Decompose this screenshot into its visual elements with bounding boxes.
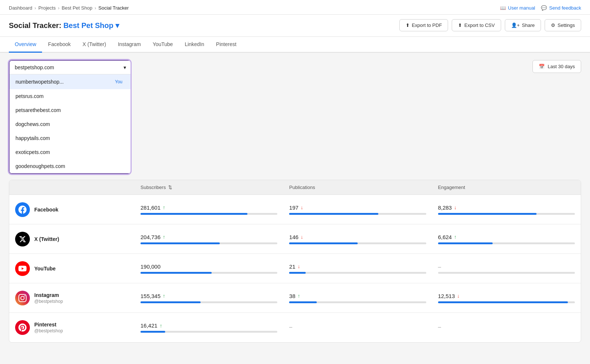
export-pdf-button[interactable]: ⬆ Export to PDF — [399, 19, 448, 31]
upload-icon: ⬆ — [406, 22, 410, 28]
platform-cell-instagram: Instagram @bestpetshop — [9, 286, 135, 311]
tab-x-twitter[interactable]: X (Twitter) — [77, 37, 112, 53]
trend-up-icon: ↑ — [454, 234, 457, 240]
sort-icon[interactable]: ⇅ — [168, 185, 172, 190]
dropdown-item-happytails[interactable]: happytails.com — [10, 131, 131, 145]
header-platform — [9, 180, 135, 195]
engagement-cell-youtube: – — [432, 258, 581, 279]
chevron-down-icon: ▾ — [115, 21, 119, 29]
table-row: YouTube 190,000 21 ↓ – — [9, 254, 581, 283]
table-row: Pinterest @bestpetshop 16,421 ↑ – – — [9, 313, 581, 342]
pinterest-icon — [15, 320, 30, 335]
instagram-icon — [15, 291, 30, 305]
engagement-cell-twitter: 6,624 ↑ — [432, 229, 581, 249]
dropdown-item-petsarethebest[interactable]: petsarethebest.com — [10, 103, 131, 117]
trend-down-icon: ↓ — [301, 234, 303, 240]
trend-down-icon: ↓ — [301, 204, 303, 210]
dropdown-item-exoticpets[interactable]: exoticpets.com — [10, 145, 131, 159]
breadcrumb-projects[interactable]: Projects — [38, 5, 56, 11]
table-row: Instagram @bestpetshop 155,345 ↑ 38 ↑ — [9, 283, 581, 313]
competitor-dropdown-wrapper: bestpetshop.com ▾ numbertwopetshop... Yo… — [9, 60, 131, 174]
trend-down-icon: ↓ — [457, 293, 460, 299]
tab-instagram[interactable]: Instagram — [112, 37, 147, 53]
youtube-icon — [15, 261, 30, 276]
subscribers-cell-pinterest: 16,421 ↑ — [135, 317, 283, 338]
trend-up-icon: ↑ — [163, 234, 165, 240]
competitor-dropdown-select[interactable]: bestpetshop.com ▾ — [10, 61, 131, 74]
content-header: bestpetshop.com ▾ numbertwopetshop... Yo… — [9, 60, 581, 174]
subscribers-cell-facebook: 281,601 ↑ — [135, 199, 283, 220]
data-table: Subscribers ⇅ Publications Engagement Fa… — [9, 180, 581, 343]
breadcrumb-best-pet-shop[interactable]: Best Pet Shop — [62, 5, 92, 11]
platform-cell-facebook: Facebook — [9, 197, 135, 222]
table-header: Subscribers ⇅ Publications Engagement — [9, 180, 581, 195]
trend-up-icon: ↑ — [298, 293, 300, 299]
subscribers-cell-youtube: 190,000 — [135, 258, 283, 279]
header-subscribers[interactable]: Subscribers ⇅ — [135, 180, 283, 195]
you-badge: You — [112, 78, 125, 85]
publications-cell-pinterest: – — [283, 318, 432, 337]
dropdown-item-dogchews[interactable]: dogchews.com — [10, 117, 131, 131]
platform-cell-pinterest: Pinterest @bestpetshop — [9, 315, 135, 340]
tab-overview[interactable]: Overview — [9, 37, 42, 53]
trend-down-icon: ↓ — [454, 204, 457, 210]
feedback-icon: 💬 — [541, 5, 547, 11]
dropdown-item-petsrus[interactable]: petsrus.com — [10, 89, 131, 103]
competitor-dropdown-list: numbertwopetshop... You petsrus.com pets… — [10, 74, 131, 173]
trend-down-icon: ↓ — [298, 263, 300, 269]
publications-cell-facebook: 197 ↓ — [283, 199, 432, 220]
tab-pinterest[interactable]: Pinterest — [210, 37, 242, 53]
share-button[interactable]: 👤+ Share — [505, 19, 541, 31]
trend-up-icon: ↑ — [163, 204, 165, 210]
book-icon: 📖 — [500, 5, 506, 11]
share-icon: 👤+ — [511, 22, 520, 28]
export-csv-button[interactable]: ⬆ Export to CSV — [452, 19, 501, 31]
date-filter-button[interactable]: 📅 Last 30 days — [532, 60, 581, 73]
gear-icon: ⚙ — [551, 22, 555, 28]
tabs-row: Overview Facebook X (Twitter) Instagram … — [0, 37, 590, 53]
subscribers-cell-twitter: 204,736 ↑ — [135, 229, 283, 249]
upload-icon-csv: ⬆ — [458, 22, 462, 28]
page-header: Social Tracker: Best Pet Shop ▾ ⬆ Export… — [0, 15, 590, 37]
trend-up-icon: ↑ — [160, 323, 162, 329]
send-feedback-link[interactable]: 💬 Send feedback — [541, 5, 581, 11]
trend-up-icon: ↑ — [163, 293, 165, 299]
tab-facebook[interactable]: Facebook — [42, 37, 76, 53]
engagement-cell-pinterest: – — [432, 318, 581, 337]
engagement-cell-instagram: 12,513 ↓ — [432, 288, 581, 308]
tab-youtube[interactable]: YouTube — [147, 37, 179, 53]
platform-cell-twitter: X (Twitter) — [9, 227, 135, 252]
subscribers-cell-instagram: 155,345 ↑ — [135, 288, 283, 308]
breadcrumb: Dashboard › Projects › Best Pet Shop › S… — [9, 5, 129, 11]
project-name-dropdown[interactable]: Best Pet Shop ▾ — [63, 21, 119, 29]
header-buttons: ⬆ Export to PDF ⬆ Export to CSV 👤+ Share… — [399, 19, 581, 31]
breadcrumb-current: Social Tracker — [98, 5, 129, 11]
publications-cell-twitter: 146 ↓ — [283, 229, 432, 249]
table-row: X (Twitter) 204,736 ↑ 146 ↓ 6,624 — [9, 224, 581, 254]
dropdown-chevron-icon: ▾ — [124, 64, 126, 70]
main-content: bestpetshop.com ▾ numbertwopetshop... Yo… — [0, 53, 590, 364]
publications-cell-instagram: 38 ↑ — [283, 288, 432, 308]
platform-cell-youtube: YouTube — [9, 256, 135, 281]
user-manual-link[interactable]: 📖 User manual — [500, 5, 535, 11]
engagement-cell-facebook: 8,283 ↓ — [432, 199, 581, 220]
breadcrumb-dashboard[interactable]: Dashboard — [9, 5, 32, 11]
page-title: Social Tracker: Best Pet Shop ▾ — [9, 21, 119, 30]
header-engagement: Engagement — [432, 180, 581, 195]
header-publications: Publications — [283, 180, 432, 195]
settings-button[interactable]: ⚙ Settings — [545, 19, 581, 31]
calendar-icon: 📅 — [539, 64, 545, 69]
dropdown-item-goodenoughpets[interactable]: goodenoughpets.com — [10, 159, 131, 173]
facebook-icon — [15, 202, 30, 217]
publications-cell-youtube: 21 ↓ — [283, 258, 432, 279]
table-row: Facebook 281,601 ↑ 197 ↓ 8,283 — [9, 195, 581, 224]
dropdown-item-numbertwopetshop[interactable]: numbertwopetshop... You — [10, 74, 131, 89]
twitter-icon — [15, 232, 30, 246]
tab-linkedin[interactable]: LinkedIn — [179, 37, 210, 53]
